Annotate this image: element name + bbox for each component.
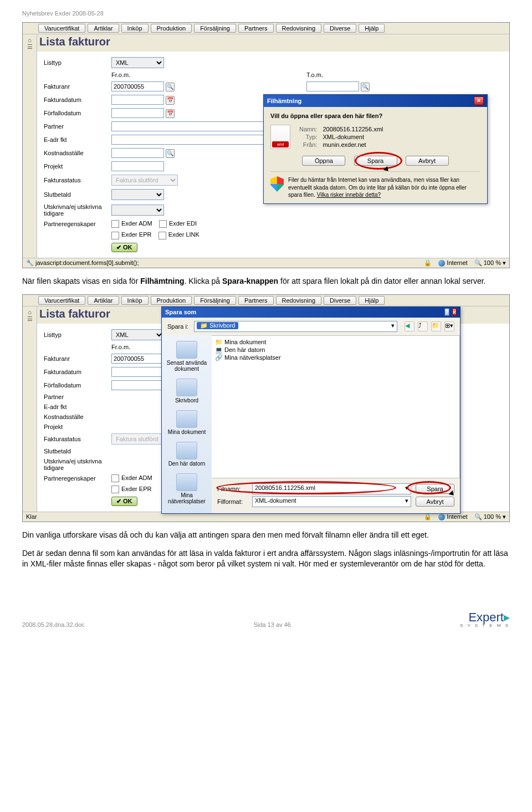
search-icon[interactable]: 🔍: [361, 83, 370, 91]
menu-item[interactable]: Försäljning: [194, 24, 236, 33]
list-icon[interactable]: ☰: [27, 43, 33, 50]
menu-item[interactable]: Partners: [238, 24, 274, 33]
ok-button[interactable]: ✔ OK: [111, 243, 137, 252]
save-as-dialog: Spara som ? × Spara i: 📁 Skrivbord ▾ ◀ ⤴: [161, 307, 461, 514]
date-input[interactable]: [111, 367, 164, 377]
search-icon[interactable]: 🔍: [166, 83, 175, 91]
checkbox[interactable]: [111, 486, 119, 493]
home-icon[interactable]: ⌂: [28, 37, 32, 43]
menu-item[interactable]: Artiklar: [88, 296, 119, 305]
menu-item[interactable]: Produktion: [151, 24, 192, 33]
listtyp-select[interactable]: XML: [111, 57, 164, 68]
warning-text: Filer du hämtar från Internet kan vara a…: [288, 176, 480, 199]
risk-link[interactable]: Vilka risker innebär detta?: [317, 192, 381, 198]
menu-item[interactable]: Diverse: [324, 296, 356, 305]
menu-bar: Varucertifikat Artiklar Inköp Produktion…: [23, 23, 509, 34]
menu-item[interactable]: Redovisning: [276, 24, 322, 33]
menu-item[interactable]: Diverse: [324, 24, 356, 33]
projekt-input[interactable]: [111, 161, 164, 171]
menu-item[interactable]: Inköp: [121, 24, 149, 33]
calendar-icon[interactable]: 📅: [166, 96, 175, 105]
checkbox[interactable]: [159, 220, 167, 228]
menu-item[interactable]: Artiklar: [88, 24, 119, 33]
fakturanr-from-input[interactable]: [111, 354, 164, 364]
place-recent[interactable]: Senast använda dokument: [162, 341, 212, 372]
menu-item[interactable]: Hjälp: [359, 24, 385, 33]
file-info: Namn:20080516.112256.xml Typ:XML-dokumen…: [296, 125, 386, 149]
globe-icon: [438, 260, 445, 267]
close-icon[interactable]: ×: [452, 308, 457, 316]
calendar-icon[interactable]: 📅: [166, 109, 175, 118]
cancel-button[interactable]: Avbryt: [406, 156, 449, 166]
checkbox[interactable]: [158, 232, 166, 239]
save-button[interactable]: Spara: [416, 484, 454, 494]
fakturanr-to-input[interactable]: [306, 81, 359, 91]
up-icon[interactable]: ⤴: [418, 321, 428, 331]
label-slutbetald: Slutbetald: [42, 188, 108, 201]
page-footer: 2008.05.28.dna.32.doc Sida 13 av 46 Expe…: [22, 611, 510, 628]
place-documents[interactable]: Mina dokument: [162, 410, 212, 435]
left-icon-column: ⌂ ☰: [23, 307, 37, 512]
label-kostnadsstalle: Kostnadsställe: [42, 147, 108, 159]
filetype-input[interactable]: XML-dokument▾: [252, 496, 411, 507]
label-projekt: Projekt: [42, 160, 108, 172]
listtyp-select[interactable]: XML: [111, 329, 164, 340]
save-in-label: Spara i:: [167, 323, 188, 330]
newfolder-icon[interactable]: 📁: [431, 321, 441, 331]
search-icon[interactable]: 🔍: [166, 149, 175, 158]
status-bar: 🔧 javascript:document.forms[0].submit();…: [23, 258, 509, 268]
menu-item[interactable]: Varucertifikat: [38, 296, 85, 305]
close-icon[interactable]: ×: [474, 96, 484, 105]
checkbox[interactable]: [111, 474, 119, 482]
menu-item[interactable]: Hjälp: [359, 296, 385, 305]
screenshot-1: Varucertifikat Artiklar Inköp Produktion…: [22, 22, 510, 268]
page-title: Lista fakturor: [37, 34, 509, 52]
views-icon[interactable]: ⊞▾: [444, 321, 454, 331]
back-icon[interactable]: ◀: [405, 321, 415, 331]
filename-input[interactable]: 20080516.112256.xml▾: [252, 483, 411, 494]
checkbox[interactable]: [111, 220, 119, 228]
utskrivna-select[interactable]: [111, 205, 164, 216]
list-icon[interactable]: ☰: [27, 315, 33, 322]
forfallodatum-input[interactable]: [111, 108, 164, 118]
fakturadatum-from-input[interactable]: [111, 95, 164, 105]
checkbox[interactable]: [111, 232, 119, 239]
menu-item[interactable]: Redovisning: [276, 296, 322, 305]
menu-item[interactable]: Produktion: [151, 296, 192, 305]
filetype-label: Filformat:: [217, 498, 248, 505]
help-icon[interactable]: ?: [444, 308, 449, 316]
dialog-title: Spara som: [165, 309, 196, 315]
list-item[interactable]: Mina nätverksplatser: [215, 354, 456, 361]
slutbetald-select[interactable]: [111, 189, 164, 200]
list-item[interactable]: Mina dokument: [215, 339, 456, 346]
paragraph-1: När filen skapats visas en sida för Filh…: [22, 276, 510, 287]
list-item[interactable]: Den här datorn: [215, 346, 456, 354]
paragraph-2: Din vanliga utforskare visas då och du k…: [22, 530, 510, 540]
menu-item[interactable]: Partners: [238, 296, 274, 305]
menu-item[interactable]: Varucertifikat: [38, 24, 85, 33]
fakturastatus-select: Faktura slutförd: [111, 175, 178, 186]
cancel-button[interactable]: Avbryt: [416, 497, 454, 507]
menu-item[interactable]: Inköp: [121, 296, 149, 305]
file-type-icon: [270, 125, 290, 149]
save-button[interactable]: Spara: [354, 156, 397, 166]
menu-item[interactable]: Försäljning: [194, 296, 236, 305]
label-eadr: E-adr fkt: [42, 134, 108, 146]
kostnadsstalle-input[interactable]: [111, 148, 164, 158]
label-tom: T.o.m.: [304, 70, 372, 79]
label-fakturastatus: Fakturastatus: [42, 173, 108, 187]
place-computer[interactable]: Den här datorn: [162, 442, 212, 467]
statusbar-text: Klar: [26, 513, 37, 520]
dialog-question: Vill du öppna eller spara den här filen?: [270, 113, 480, 119]
file-list[interactable]: Mina dokument Den här datorn Mina nätver…: [212, 335, 460, 478]
date-input[interactable]: [111, 380, 164, 390]
home-icon[interactable]: ⌂: [28, 309, 32, 315]
ok-button[interactable]: ✔ OK: [111, 497, 137, 506]
places-bar: Senast använda dokument Skrivbord Mina d…: [162, 335, 212, 513]
filter-form: Listtyp XML Fr.o.m. Fakturanr 🔍 Fakturad…: [40, 327, 181, 508]
save-in-combo[interactable]: 📁 Skrivbord ▾: [194, 321, 397, 332]
place-desktop[interactable]: Skrivbord: [162, 379, 212, 404]
open-button[interactable]: Öppna: [302, 156, 345, 166]
fakturanr-from-input[interactable]: [111, 81, 164, 91]
place-network[interactable]: Mina nätverksplatser: [162, 473, 212, 504]
